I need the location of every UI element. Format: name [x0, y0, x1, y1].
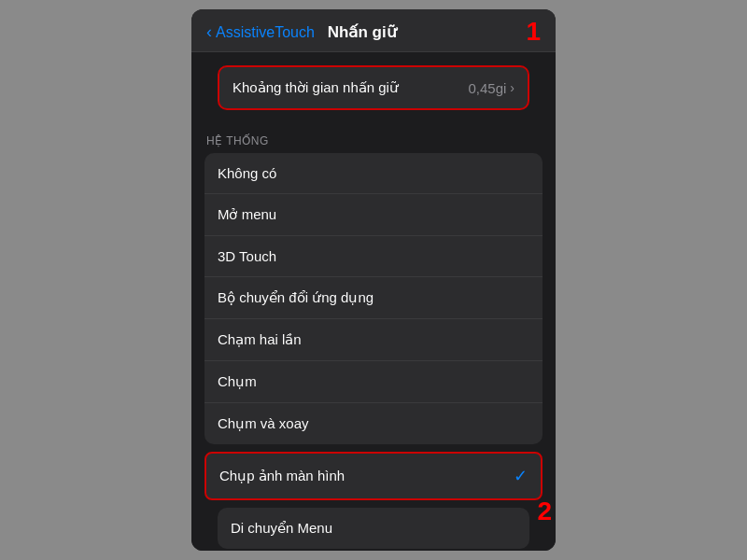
item-label-cham-hai-lan: Chạm hai lần	[218, 331, 302, 348]
bottom-section: Di chuyển Menu	[204, 508, 543, 549]
list-item-di-chuyen[interactable]: Di chuyển Menu	[218, 508, 529, 549]
list-item-bo-chuyen-doi[interactable]: Bộ chuyển đổi ứng dụng	[204, 277, 543, 319]
item-label-di-chuyen: Di chuyển Menu	[231, 520, 332, 537]
back-button[interactable]: ‹ AssistiveTouch	[206, 22, 315, 42]
item-label-khong-co: Không có	[218, 165, 276, 181]
checkmark-icon: ✓	[514, 466, 528, 486]
section-header: HỆ THỐNG	[191, 118, 556, 153]
page-title: Nhấn giữ	[328, 22, 397, 42]
highlighted-row-wrapper: Chụp ảnh màn hình ✓ 2	[204, 452, 543, 500]
hold-duration-section: Khoảng thời gian nhấn giữ 0,45gi ›	[204, 65, 543, 110]
nav-bar: ‹ AssistiveTouch Nhấn giữ 1	[191, 9, 556, 52]
hold-duration-value-wrap: 0,45gi ›	[468, 80, 514, 96]
hold-duration-row[interactable]: Khoảng thời gian nhấn giữ 0,45gi ›	[218, 65, 529, 110]
list-item-3d-touch[interactable]: 3D Touch	[204, 236, 543, 277]
move-menu-section: Di chuyển Menu	[218, 508, 529, 549]
item-label-chum-va-xoay: Chụm và xoay	[218, 415, 309, 432]
list-item-chum[interactable]: Chụm	[204, 361, 543, 403]
screenshot-row[interactable]: Chụp ảnh màn hình ✓	[204, 452, 543, 500]
back-label: AssistiveTouch	[216, 24, 315, 41]
item-label-bo-chuyen-doi: Bộ chuyển đổi ứng dụng	[218, 289, 374, 306]
annotation-1: 1	[520, 17, 546, 47]
screenshot-row-right: ✓	[514, 466, 528, 486]
list-item-mo-menu[interactable]: Mở menu	[204, 194, 543, 236]
hold-duration-chevron-icon: ›	[510, 80, 514, 95]
hold-duration-label: Khoảng thời gian nhấn giữ	[233, 79, 399, 96]
annotation-2: 2	[537, 497, 552, 526]
item-label-mo-menu: Mở menu	[218, 206, 276, 223]
hold-duration-value: 0,45gi	[468, 80, 506, 96]
content-area: Khoảng thời gian nhấn giữ 0,45gi › HỆ TH…	[191, 52, 556, 551]
item-label-3d-touch: 3D Touch	[218, 248, 276, 264]
menu-list: Không có Mở menu 3D Touch Bộ chuyển đổi …	[204, 153, 543, 444]
phone-screen: ‹ AssistiveTouch Nhấn giữ 1 Khoảng thời …	[191, 9, 556, 551]
list-item-cham-hai-lan[interactable]: Chạm hai lần	[204, 319, 543, 361]
back-chevron-icon: ‹	[206, 22, 212, 42]
item-label-chum: Chụm	[218, 373, 257, 390]
list-item-chum-va-xoay[interactable]: Chụm và xoay	[204, 403, 543, 444]
screenshot-label: Chụp ảnh màn hình	[219, 468, 345, 484]
list-item-khong-co[interactable]: Không có	[204, 153, 543, 194]
